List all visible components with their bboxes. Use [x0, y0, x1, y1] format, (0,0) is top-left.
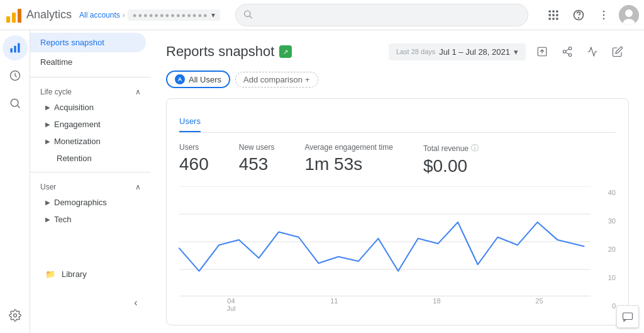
all-users-chip[interactable]: A All Users — [166, 71, 230, 88]
main-content: Reports snapshot ↗ Last 28 days Jul 1 – … — [151, 30, 644, 333]
main-header: Reports snapshot ↗ Last 28 days Jul 1 – … — [166, 40, 629, 63]
metric-revenue: Total revenue ⓘ $0.00 — [423, 143, 479, 176]
metric-engagement-value: 1m 53s — [304, 154, 393, 174]
monetization-chevron-icon: ▶ — [45, 138, 50, 145]
metric-new-users-value: 453 — [239, 154, 275, 174]
edit-button[interactable] — [606, 40, 629, 63]
all-accounts-link[interactable]: All accounts — [79, 11, 120, 20]
user-chevron-icon[interactable]: ∧ — [135, 183, 141, 191]
svg-point-32 — [569, 54, 572, 57]
svg-rect-5 — [549, 10, 551, 12]
library-icon: 📁 — [45, 269, 55, 279]
chart-svg-container — [179, 186, 591, 297]
svg-rect-11 — [549, 18, 551, 20]
metric-users: Users 460 — [179, 143, 209, 176]
svg-point-30 — [569, 47, 572, 50]
header-controls: Last 28 days Jul 1 – Jul 28, 2021 ▾ — [389, 40, 629, 63]
nav-item-retention[interactable]: Retention — [30, 150, 151, 167]
y-label-10: 10 — [608, 274, 616, 281]
nav-item-reports-snapshot[interactable]: Reports snapshot — [30, 33, 146, 52]
y-label-0: 0 — [608, 302, 616, 310]
nav-item-monetization[interactable]: ▶ Monetization — [30, 133, 151, 150]
nav-divider-1 — [30, 77, 151, 77]
nav-icon-realtime[interactable] — [3, 63, 28, 88]
y-label-30: 30 — [608, 217, 616, 225]
feedback-button[interactable] — [616, 305, 639, 328]
svg-rect-0 — [6, 16, 10, 23]
svg-rect-8 — [549, 14, 551, 16]
nav-icon-explore[interactable] — [3, 91, 28, 116]
export-button[interactable] — [531, 40, 553, 63]
nav-item-acquisition[interactable]: ▶ Acquisition — [30, 99, 151, 116]
all-users-chip-icon: A — [175, 74, 185, 84]
account-name-chip[interactable]: ●●●●●●●●●●●●●● ▾ — [128, 9, 220, 21]
revenue-info-icon[interactable]: ⓘ — [471, 143, 479, 154]
nav-item-demographics[interactable]: ▶ Demographics — [30, 194, 151, 211]
metric-users-label: Users — [179, 143, 209, 152]
avatar[interactable] — [619, 5, 639, 25]
metric-revenue-label: Total revenue ⓘ — [423, 143, 479, 154]
nav-item-tech[interactable]: ▶ Tech — [30, 211, 151, 228]
account-breadcrumb[interactable]: All accounts › ●●●●●●●●●●●●●● ▾ — [79, 9, 220, 21]
x-label-11: 11 — [330, 297, 338, 312]
svg-point-20 — [625, 9, 633, 17]
tab-bar: Users — [179, 111, 616, 133]
main-layout: Reports snapshot Realtime Life cycle ∧ ▶… — [0, 30, 644, 333]
metric-engagement-label: Average engagement time — [304, 143, 393, 152]
collapse-nav-button[interactable]: ‹ — [126, 293, 146, 313]
search-input[interactable] — [235, 4, 528, 26]
svg-rect-6 — [552, 10, 554, 12]
date-range-picker[interactable]: Last 28 days Jul 1 – Jul 28, 2021 ▾ — [389, 43, 526, 60]
left-sidebar: Reports snapshot Realtime Life cycle ∧ ▶… — [0, 30, 151, 333]
nav-library[interactable]: 📁 Library — [30, 266, 151, 283]
help-button[interactable] — [569, 5, 589, 25]
share-button[interactable] — [556, 40, 579, 63]
metrics-row: Users 460 New users 453 Average engageme… — [179, 143, 616, 176]
svg-line-4 — [250, 16, 252, 18]
nav-divider-2 — [30, 172, 151, 172]
svg-point-26 — [11, 99, 18, 106]
svg-line-34 — [565, 49, 569, 51]
svg-rect-24 — [18, 43, 19, 53]
search-icon — [243, 9, 253, 21]
nav-item-engagement[interactable]: ▶ Engagement — [30, 116, 151, 133]
svg-rect-7 — [556, 10, 558, 12]
y-label-40: 40 — [608, 189, 616, 196]
breadcrumb-sep: › — [123, 11, 125, 20]
nav-item-realtime[interactable]: Realtime — [30, 52, 146, 72]
svg-rect-9 — [552, 14, 554, 16]
insights-button[interactable] — [581, 40, 604, 63]
svg-rect-13 — [556, 18, 558, 20]
topbar: Analytics All accounts › ●●●●●●●●●●●●●● … — [0, 0, 644, 30]
svg-point-18 — [603, 18, 605, 20]
metric-revenue-value: $0.00 — [423, 156, 479, 176]
apps-button[interactable] — [543, 5, 564, 25]
svg-point-3 — [244, 11, 250, 16]
metric-users-value: 460 — [179, 154, 209, 174]
svg-rect-1 — [12, 13, 16, 23]
tech-chevron-icon: ▶ — [45, 216, 50, 223]
x-axis: 04 Jul 11 18 25 — [179, 297, 591, 312]
svg-point-16 — [603, 10, 605, 12]
tab-users[interactable]: Users — [179, 111, 201, 132]
svg-point-28 — [13, 314, 16, 317]
chart-area: 40 30 20 10 0 04 Jul 11 18 — [179, 186, 616, 312]
metric-new-users-label: New users — [239, 143, 275, 152]
comparison-bar: A All Users Add comparison + — [166, 71, 629, 88]
engagement-chevron-icon: ▶ — [45, 121, 50, 128]
metric-engagement: Average engagement time 1m 53s — [304, 143, 393, 176]
user-section-title: User ∧ — [30, 178, 151, 194]
y-axis: 40 30 20 10 0 — [608, 186, 616, 312]
lifecycle-section-title: Life cycle ∧ — [30, 82, 151, 99]
external-link-icon[interactable]: ↗ — [279, 45, 292, 58]
nav-icon-reports[interactable] — [3, 35, 28, 60]
more-button[interactable] — [594, 5, 614, 25]
nav-panel: Reports snapshot Realtime Life cycle ∧ ▶… — [30, 30, 151, 333]
chart-line-svg — [179, 186, 591, 297]
lifecycle-chevron-icon[interactable]: ∧ — [135, 87, 141, 96]
y-label-20: 20 — [608, 246, 616, 253]
svg-rect-10 — [556, 14, 558, 16]
add-comparison-button[interactable]: Add comparison + — [235, 72, 318, 87]
nav-icon-settings[interactable] — [3, 303, 28, 328]
add-comparison-plus-icon: + — [305, 75, 310, 84]
